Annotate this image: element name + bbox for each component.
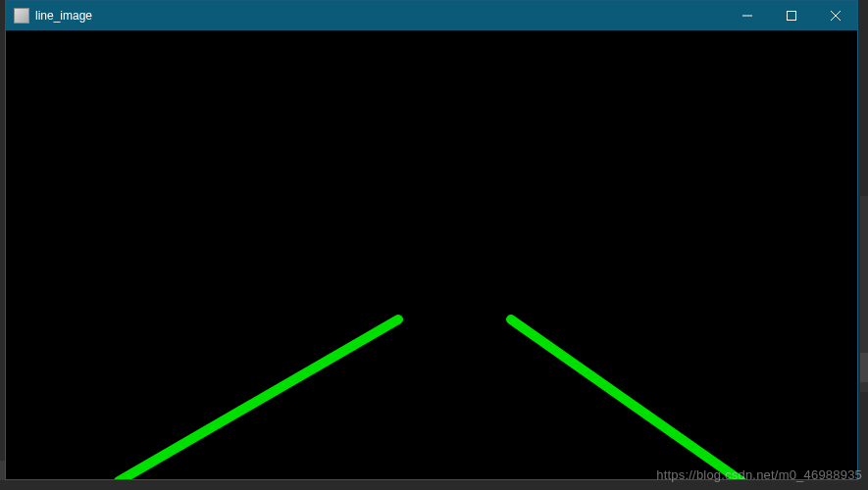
titlebar[interactable]: line_image (6, 1, 857, 30)
background-panel-right-accent (860, 353, 868, 382)
window-controls (725, 1, 857, 30)
app-icon (14, 8, 29, 24)
content-area (6, 30, 857, 479)
image-canvas (6, 30, 857, 479)
window-title: line_image (35, 9, 725, 23)
close-button[interactable] (813, 1, 857, 30)
maximize-button[interactable] (769, 1, 813, 30)
app-window: line_image (5, 0, 858, 480)
close-icon (831, 11, 841, 21)
svg-rect-1 (787, 12, 795, 21)
minimize-icon (742, 11, 752, 21)
minimize-button[interactable] (725, 1, 769, 30)
maximize-icon (787, 11, 796, 21)
canvas-background (6, 30, 857, 479)
